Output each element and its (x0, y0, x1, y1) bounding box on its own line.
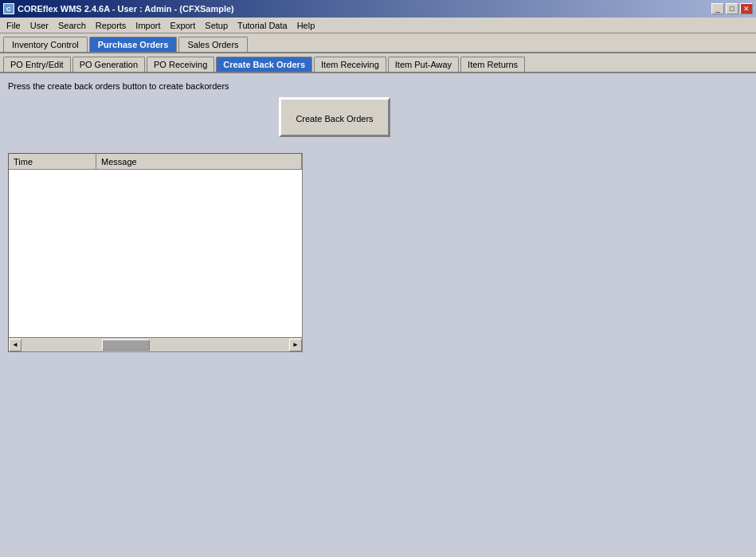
minimize-button[interactable]: _ (711, 3, 724, 14)
scroll-right-button[interactable]: ► (289, 339, 302, 351)
maximize-button[interactable]: □ (726, 3, 738, 14)
tab-po-generation[interactable]: PO Generation (72, 57, 145, 72)
tab-item-returns[interactable]: Item Returns (460, 57, 525, 72)
time-column-header: Time (9, 154, 96, 169)
menu-bar: File User Search Reports Import Export S… (0, 18, 756, 33)
content-area: Press the create back orders button to c… (0, 73, 756, 557)
tab-create-back-orders[interactable]: Create Back Orders (216, 57, 312, 72)
table-header: Time Message (9, 154, 302, 170)
create-back-orders-button[interactable]: Create Back Orders (279, 97, 390, 137)
menu-import[interactable]: Import (131, 19, 165, 32)
tab-purchase-orders[interactable]: Purchase Orders (89, 37, 178, 52)
menu-reports[interactable]: Reports (91, 19, 131, 32)
menu-help[interactable]: Help (292, 19, 320, 32)
horizontal-scrollbar[interactable]: ◄ ► (9, 337, 302, 351)
tab-po-entry-edit[interactable]: PO Entry/Edit (3, 57, 71, 72)
table-body (9, 170, 302, 335)
menu-export[interactable]: Export (166, 19, 201, 32)
title-bar-left: C COREflex WMS 2.4.6A - User : Admin - (… (3, 3, 234, 14)
scroll-track[interactable] (22, 339, 289, 351)
menu-setup[interactable]: Setup (200, 19, 233, 32)
instruction-text: Press the create back orders button to c… (8, 81, 748, 91)
scroll-thumb[interactable] (102, 339, 150, 351)
title-bar-buttons: _ □ ✕ (711, 3, 753, 14)
app-icon-text: C (6, 6, 11, 13)
scroll-left-button[interactable]: ◄ (9, 339, 22, 351)
app-window: C COREflex WMS 2.4.6A - User : Admin - (… (0, 0, 756, 557)
title-bar-title: COREflex WMS 2.4.6A - User : Admin - (CF… (18, 4, 234, 14)
menu-file[interactable]: File (2, 19, 25, 32)
app-icon: C (3, 3, 14, 14)
tab-item-put-away[interactable]: Item Put-Away (388, 57, 459, 72)
tab-item-receiving[interactable]: Item Receiving (314, 57, 386, 72)
title-bar: C COREflex WMS 2.4.6A - User : Admin - (… (0, 0, 756, 18)
tab-sales-orders[interactable]: Sales Orders (178, 37, 247, 52)
tabs-level1: Inventory Control Purchase Orders Sales … (0, 33, 756, 53)
tabs-level2: PO Entry/Edit PO Generation PO Receiving… (0, 53, 756, 73)
tab-inventory-control[interactable]: Inventory Control (3, 37, 88, 52)
menu-search[interactable]: Search (53, 19, 91, 32)
messages-table: Time Message ◄ ► (8, 153, 303, 352)
menu-user[interactable]: User (25, 19, 53, 32)
tab-po-receiving[interactable]: PO Receiving (147, 57, 214, 72)
close-button[interactable]: ✕ (740, 3, 753, 14)
menu-tutorial-data[interactable]: Tutorial Data (233, 19, 292, 32)
message-column-header: Message (96, 154, 302, 169)
